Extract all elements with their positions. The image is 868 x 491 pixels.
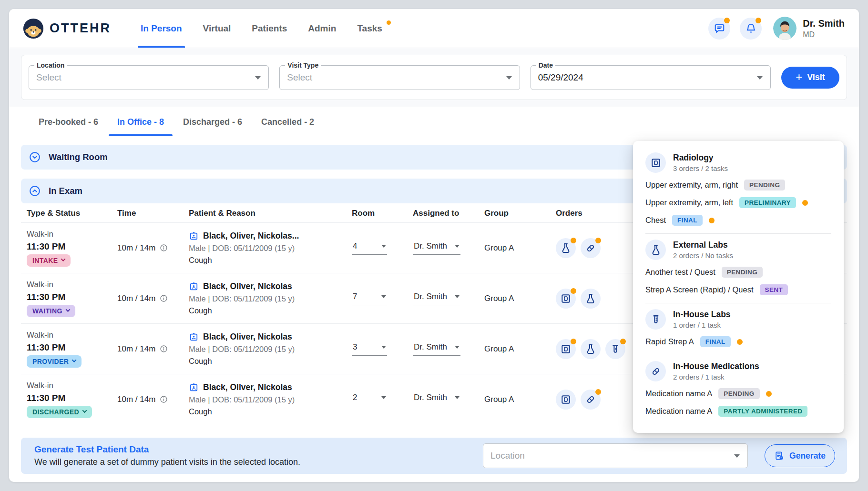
chevron-down-icon [381,245,386,248]
generate-location-select[interactable]: Location [483,443,748,468]
generate-doc-icon [774,451,785,461]
radiology-order-button[interactable] [556,339,576,359]
chevron-down-icon [455,245,460,248]
waiting-room-title: Waiting Room [49,152,108,162]
filter-strip: Location Select Visit Type Select Date 0… [9,48,859,107]
top-bar: OTTEHR In Person Virtual Patients Admin … [9,9,859,48]
tab-pre-booked[interactable]: Pre-booked - 6 [29,117,108,136]
in-house-lab-order-button[interactable] [605,339,625,359]
external-lab-icon [585,343,596,355]
status-chip-pending: PENDING [718,388,759,399]
chevron-down-icon [734,454,740,458]
nav-item-admin[interactable]: Admin [297,9,347,48]
popover-section-title: External Labs [673,240,733,250]
patient-name[interactable]: Black, Oliver, Nickolas... [189,231,352,241]
popover-section-subtitle: 2 orders / No tasks [673,251,733,260]
visit-type-select-label: Visit Type [285,61,321,69]
chevron-down-icon [381,346,386,349]
visit-time: 11:30 PM [27,393,65,403]
generate-button[interactable]: Generate [765,444,835,467]
alert-dot [737,339,743,345]
chevron-down-icon [455,396,460,399]
chevron-down-icon [255,76,261,80]
room-select[interactable]: 4 [352,241,387,255]
in-house-lab-icon [610,343,621,355]
popover-section-subtitle: 3 orders / 2 tasks [673,164,728,172]
popover-section-subtitle: 1 order / 1 task [673,321,731,329]
location-select[interactable]: Location Select [29,65,269,90]
assigned-to-select[interactable]: Dr. Smith [413,393,460,406]
chat-button[interactable] [708,18,730,40]
generate-test-data-panel: Generate Test Patient Data We will gener… [21,438,847,474]
status-chip-provider[interactable]: PROVIDER [27,355,82,368]
alert-dot [766,391,772,397]
visit-type: Walk-in [27,230,53,239]
patient-name[interactable]: Black, Oliver, Nickolas [189,332,352,342]
room-select[interactable]: 7 [352,292,387,305]
visit-type-select[interactable]: Visit Type Select [279,65,520,90]
generate-panel-subtitle: We will generate a set of dummy patient … [34,457,300,467]
assigned-to-select[interactable]: Dr. Smith [413,241,460,255]
brand-logo: OTTEHR [22,18,111,40]
medication-icon [645,361,666,381]
medication-order-button[interactable] [581,238,601,258]
location-select-value: Select [36,72,61,83]
info-icon[interactable] [159,395,168,404]
col-group: Group [484,209,556,218]
nav-item-patients[interactable]: Patients [241,9,297,48]
tab-cancelled[interactable]: Cancelled - 2 [252,117,324,136]
alert-dot [709,218,715,223]
group-label: Group A [484,243,556,253]
external-lab-icon [560,242,572,254]
room-select[interactable]: 2 [352,393,387,406]
tab-in-office[interactable]: In Office - 8 [108,117,174,136]
visit-time: 11:30 PM [27,241,65,252]
visit-reason: Cough [189,407,352,416]
notifications-button[interactable] [740,18,762,40]
assigned-to-select[interactable]: Dr. Smith [413,342,460,356]
tab-discharged[interactable]: Discharged - 6 [174,117,252,136]
assigned-to-select[interactable]: Dr. Smith [413,292,460,305]
status-chip-discharged[interactable]: DISCHARGED [27,406,92,418]
info-icon[interactable] [159,344,168,353]
header-actions: Dr. Smith MD [708,17,845,40]
group-label: Group A [484,294,556,303]
status-chip-waiting[interactable]: WAITING [27,305,75,317]
info-icon[interactable] [159,243,168,252]
info-icon[interactable] [159,294,168,303]
col-time: Time [117,209,189,218]
col-patient-reason: Patient & Reason [189,209,352,218]
external-lab-order-button[interactable] [581,339,601,359]
alert-dot [802,200,808,206]
room-select[interactable]: 3 [352,342,387,356]
visit-reason: Cough [189,306,352,315]
patient-badge-icon [189,332,199,342]
bell-notification-dot [756,18,761,23]
date-picker[interactable]: Date 05/29/2024 [531,65,771,90]
status-chip-intake[interactable]: INTAKE [27,254,71,267]
user-menu[interactable]: Dr. Smith MD [773,17,845,40]
wait-duration: 10m / 14m [117,395,155,404]
nav-item-in-person[interactable]: In Person [130,9,193,48]
radiology-icon [645,152,666,173]
medication-order-button[interactable] [581,390,601,410]
order-item: Medication name A PENDING [645,388,831,399]
col-room: Room [352,209,413,218]
main-nav: In Person Virtual Patients Admin Tasks [130,9,393,48]
patient-name[interactable]: Black, Oliver, Nickolas [189,281,352,291]
external-lab-order-button[interactable] [581,289,601,309]
external-lab-order-button[interactable] [556,238,576,258]
radiology-order-button[interactable] [556,289,576,309]
order-alert-dot [620,339,626,344]
col-type-status: Type & Status [27,209,117,218]
add-visit-button[interactable]: + Visit [781,67,839,89]
nav-item-virtual[interactable]: Virtual [193,9,242,48]
radiology-order-button[interactable] [556,390,576,410]
patient-demographics: Male | DOB: 05/11/2009 (15 y) [189,395,352,404]
radiology-icon [560,293,572,304]
visit-type-select-value: Select [287,72,312,83]
patient-name[interactable]: Black, Oliver, Nickolas [189,382,352,392]
nav-item-tasks[interactable]: Tasks [347,9,392,48]
popover-section-title: Radiology [673,153,728,163]
bell-icon [745,22,757,34]
